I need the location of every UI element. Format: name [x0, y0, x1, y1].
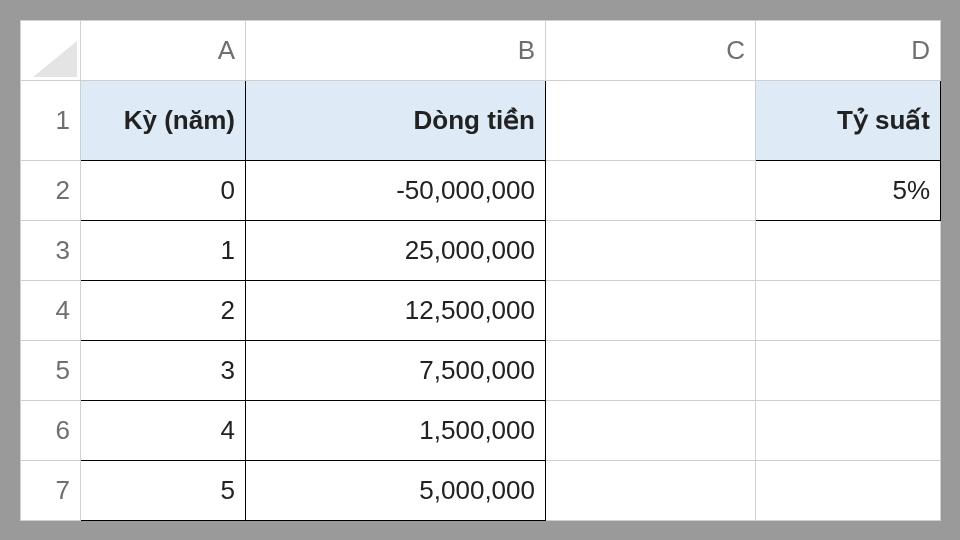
cell-C2[interactable]	[546, 161, 756, 221]
cell-cashflow-0[interactable]: -50,000,000	[246, 161, 546, 221]
col-header-B[interactable]: B	[246, 21, 546, 81]
col-header-A[interactable]: A	[81, 21, 246, 81]
cell-C4[interactable]	[546, 281, 756, 341]
row-header-5[interactable]: 5	[21, 341, 81, 401]
row-header-6[interactable]: 6	[21, 401, 81, 461]
row-header-7[interactable]: 7	[21, 461, 81, 521]
cell-C6[interactable]	[546, 401, 756, 461]
worksheet: A B C D 1 Kỳ (năm) Dòng tiền Tỷ suất 2 0…	[20, 20, 940, 520]
cell-cashflow-4[interactable]: 1,500,000	[246, 401, 546, 461]
cell-period-4[interactable]: 4	[81, 401, 246, 461]
cell-D5[interactable]	[756, 341, 941, 401]
row-header-3[interactable]: 3	[21, 221, 81, 281]
cell-period-1[interactable]: 1	[81, 221, 246, 281]
cell-period-3[interactable]: 3	[81, 341, 246, 401]
cell-period-0[interactable]: 0	[81, 161, 246, 221]
cell-D6[interactable]	[756, 401, 941, 461]
header-cashflow[interactable]: Dòng tiền	[246, 81, 546, 161]
row-header-2[interactable]: 2	[21, 161, 81, 221]
cell-period-5[interactable]: 5	[81, 461, 246, 521]
select-all-corner[interactable]	[21, 21, 81, 81]
col-header-C[interactable]: C	[546, 21, 756, 81]
cell-cashflow-1[interactable]: 25,000,000	[246, 221, 546, 281]
cell-cashflow-2[interactable]: 12,500,000	[246, 281, 546, 341]
cell-D7[interactable]	[756, 461, 941, 521]
row-header-1[interactable]: 1	[21, 81, 81, 161]
cell-D3[interactable]	[756, 221, 941, 281]
cell-C7[interactable]	[546, 461, 756, 521]
col-header-D[interactable]: D	[756, 21, 941, 81]
cell-cashflow-3[interactable]: 7,500,000	[246, 341, 546, 401]
cell-cashflow-5[interactable]: 5,000,000	[246, 461, 546, 521]
cell-C5[interactable]	[546, 341, 756, 401]
cell-D4[interactable]	[756, 281, 941, 341]
cell-period-2[interactable]: 2	[81, 281, 246, 341]
header-period[interactable]: Kỳ (năm)	[81, 81, 246, 161]
header-rate[interactable]: Tỷ suất	[756, 81, 941, 161]
cell-rate-value[interactable]: 5%	[756, 161, 941, 221]
row-header-4[interactable]: 4	[21, 281, 81, 341]
cell-C3[interactable]	[546, 221, 756, 281]
spreadsheet-grid: A B C D 1 Kỳ (năm) Dòng tiền Tỷ suất 2 0…	[20, 20, 941, 521]
cell-C1[interactable]	[546, 81, 756, 161]
